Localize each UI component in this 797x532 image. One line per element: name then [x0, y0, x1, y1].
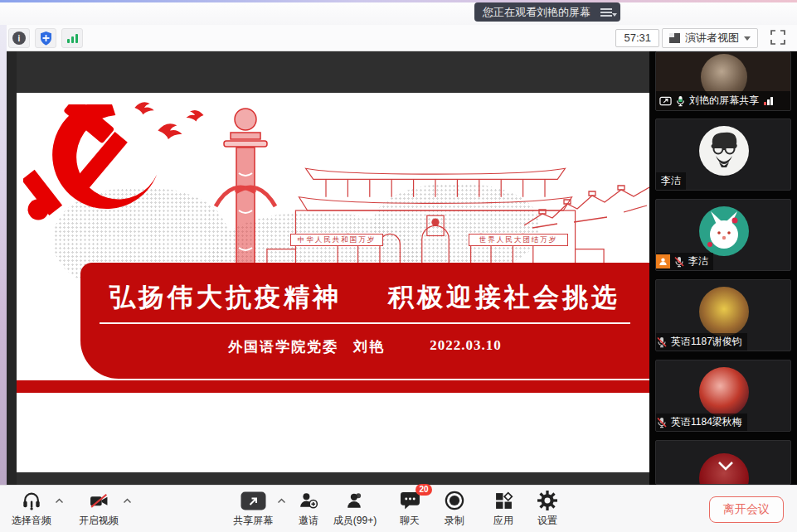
settings-button[interactable]: 设置 [518, 490, 576, 530]
participant-label: 英语1187谢俊钧 [656, 333, 747, 351]
mic-muted-icon [656, 336, 668, 348]
layout-view-icon [669, 33, 680, 43]
participant-name: 英语1187谢俊钧 [671, 335, 742, 349]
titlebar-gradient-edge [0, 0, 797, 2]
host-person-badge [656, 254, 670, 268]
members-icon [345, 491, 365, 510]
leave-meeting-button[interactable]: 离开会议 [709, 496, 784, 523]
scroll-more-chevron-icon[interactable] [717, 461, 734, 472]
apps-label: 应用 [493, 514, 513, 528]
view-mode-label: 演讲者视图 [685, 31, 739, 46]
great-wall-drawing [524, 181, 649, 229]
dove-icon [133, 99, 156, 116]
participant-tile-screen-share[interactable]: 刘艳的屏幕共享 [655, 51, 791, 111]
slide-title-banner: 弘扬伟大抗疫精神 积极迎接社会挑选 外国语学院党委 刘艳 2022.03.10 [80, 263, 649, 379]
mic-on-icon [675, 95, 686, 107]
slide-red-strip [17, 380, 649, 393]
video-options-chevron[interactable] [123, 498, 132, 504]
audio-options-chevron[interactable] [55, 498, 64, 504]
subtitle-department: 外国语学院党委 [228, 337, 338, 356]
participant-name: 李洁 [688, 254, 708, 268]
participant-tile[interactable]: 英语1184梁秋梅 [655, 360, 791, 432]
screen-share-icon [659, 96, 672, 106]
rabbit-avatar-icon [699, 206, 749, 256]
title-underline [100, 322, 630, 324]
slide-title: 弘扬伟大抗疫精神 积极迎接社会挑选 [80, 280, 649, 315]
security-button[interactable] [35, 28, 56, 48]
select-audio-label: 选择音频 [12, 514, 51, 528]
meeting-statusbar: i 57:31 演讲者视图 [0, 25, 797, 51]
fullscreen-icon [770, 30, 785, 45]
person-icon [658, 257, 668, 266]
participant-label: 英语1184梁秋梅 [656, 414, 747, 431]
participant-tile[interactable]: 李洁 [655, 199, 791, 271]
watching-screen-label: 您正在观看刘艳的屏幕 [483, 5, 590, 20]
window-titlebar: 您正在观看刘艳的屏幕 [0, 0, 797, 25]
apps-grid-icon [494, 491, 513, 510]
gate-banner-left: 中华人民共和国万岁 [290, 234, 383, 246]
participant-label: 刘艳的屏幕共享 [656, 91, 790, 110]
select-audio-button[interactable]: 选择音频 [2, 490, 61, 530]
participant-name: 李洁 [661, 174, 681, 188]
headset-icon [22, 491, 41, 510]
mic-muted-icon [673, 256, 685, 268]
avatar [699, 206, 749, 256]
share-screen-label: 共享屏幕 [233, 514, 273, 528]
participants-sidebar: 刘艳的屏幕共享 李洁 [649, 51, 797, 485]
gear-icon [537, 491, 557, 510]
participant-tile-partial[interactable] [655, 440, 791, 485]
meeting-timer: 57:31 [615, 29, 659, 47]
participant-tile[interactable]: 李洁 [655, 118, 791, 191]
invite-label: 邀请 [299, 514, 318, 528]
network-quality-button[interactable] [61, 28, 83, 48]
avatar [699, 126, 749, 176]
subtitle-presenter: 刘艳 [353, 337, 385, 356]
view-mode-selector[interactable]: 演讲者视图 [662, 28, 758, 48]
signal-bars-icon [67, 34, 78, 43]
subtitle-date: 2022.03.10 [430, 337, 502, 356]
slide-subtitle: 外国语学院党委 刘艳 2022.03.10 [80, 337, 649, 356]
info-icon: i [12, 31, 26, 45]
record-label: 录制 [445, 514, 464, 528]
participant-label: 李洁 [656, 172, 686, 190]
members-button[interactable]: 成员(99+) [326, 490, 384, 530]
meeting-window: 您正在观看刘艳的屏幕 i 57:31 [0, 0, 797, 532]
record-icon [445, 491, 464, 510]
share-screen-icon [241, 491, 266, 510]
hamburger-menu-icon[interactable] [600, 8, 612, 17]
gate-banner-right: 世界人民大团结万岁 [469, 234, 568, 246]
avatar [699, 367, 749, 417]
mic-muted-icon [656, 417, 668, 428]
meeting-info-button[interactable]: i [8, 28, 30, 48]
start-video-label: 开启视频 [79, 514, 119, 528]
participant-tile[interactable]: 英语1187谢俊钧 [655, 279, 791, 351]
leave-meeting-label: 离开会议 [723, 502, 770, 517]
chat-label: 聊天 [400, 514, 420, 528]
bearded-man-avatar-icon [699, 126, 749, 176]
start-video-button[interactable]: 开启视频 [70, 490, 128, 530]
window-left-edge [0, 25, 7, 485]
slide-title-part2: 积极迎接社会挑选 [388, 280, 620, 315]
fullscreen-button[interactable] [770, 30, 785, 48]
participant-name: 刘艳的屏幕共享 [689, 94, 759, 108]
screen-share-stage: 中华人民共和国万岁 世界人民大团结万岁 弘扬伟大抗疫精神 积极迎接社会挑选 外国 [7, 51, 649, 485]
watching-screen-banner[interactable]: 您正在观看刘艳的屏幕 [474, 2, 620, 22]
camera-off-icon [89, 491, 109, 510]
network-signal-icon [764, 97, 773, 105]
settings-label: 设置 [537, 514, 557, 528]
shield-icon [40, 31, 52, 46]
avatar [699, 287, 749, 336]
presentation-slide: 中华人民共和国万岁 世界人民大团结万岁 弘扬伟大抗疫精神 积极迎接社会挑选 外国 [17, 93, 649, 472]
chevron-down-icon [744, 36, 751, 41]
participant-label: 李洁 [656, 253, 713, 270]
share-screen-button[interactable]: 共享屏幕 [224, 490, 282, 530]
participant-name: 英语1184梁秋梅 [671, 415, 742, 429]
meeting-toolbar: 选择音频 开启视频 共享屏幕 [0, 485, 797, 532]
party-emblem-icon [23, 104, 177, 225]
invite-person-icon [299, 491, 318, 510]
members-label: 成员(99+) [333, 514, 377, 528]
slide-title-part1: 弘扬伟大抗疫精神 [109, 280, 342, 315]
dove-icon [155, 120, 185, 141]
